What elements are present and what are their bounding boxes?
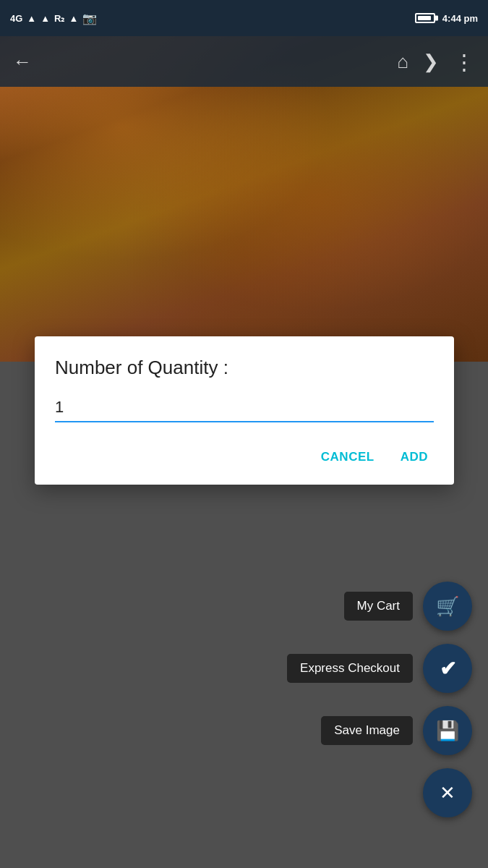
- status-bar: 4G ▲ ▲ R₂ ▲ 📷 4:44 pm: [0, 0, 488, 36]
- my-cart-label: My Cart: [344, 592, 414, 621]
- quantity-input[interactable]: [55, 395, 434, 422]
- share-button[interactable]: ❯: [423, 51, 439, 73]
- save-icon: 💾: [436, 720, 459, 742]
- close-row: ✕: [423, 768, 472, 817]
- camera-icon: 📷: [82, 12, 97, 25]
- fab-area: My Cart 🛒 Express Checkout ✔ Save Image …: [287, 582, 488, 817]
- home-button[interactable]: ⌂: [397, 51, 408, 73]
- signal-icon-2: ▲: [40, 13, 50, 24]
- status-bar-left: 4G ▲ ▲ R₂ ▲ 📷: [10, 12, 97, 25]
- signal-icon-3: ▲: [69, 13, 78, 24]
- toolbar-left: ←: [13, 51, 32, 73]
- more-options-button[interactable]: ⋮: [453, 49, 475, 75]
- dialog-input-wrapper: [55, 395, 434, 422]
- network-label: R₂: [54, 13, 64, 24]
- add-button[interactable]: ADD: [395, 443, 434, 472]
- toolbar: ← ⌂ ❯ ⋮: [0, 36, 488, 87]
- quantity-dialog: Number of Quantity : CANCEL ADD: [35, 336, 454, 485]
- signal-icon-1: ▲: [27, 13, 36, 24]
- save-image-button[interactable]: 💾: [423, 706, 472, 755]
- express-checkout-label: Express Checkout: [287, 654, 413, 683]
- toolbar-right: ⌂ ❯ ⋮: [397, 49, 475, 75]
- network-type-label: 4G: [10, 13, 22, 24]
- close-icon: ✕: [440, 782, 455, 804]
- cart-icon: 🛒: [436, 595, 459, 618]
- save-image-label: Save Image: [321, 716, 413, 745]
- cancel-button[interactable]: CANCEL: [315, 443, 380, 472]
- back-button[interactable]: ←: [13, 51, 32, 73]
- close-fab-button[interactable]: ✕: [423, 768, 472, 817]
- battery-icon: [415, 13, 435, 23]
- my-cart-row: My Cart 🛒: [344, 582, 473, 631]
- page-container: 4G ▲ ▲ R₂ ▲ 📷 4:44 pm ← ⌂ ❯ ⋮ Number of …: [0, 0, 488, 868]
- dialog-title: Number of Quantity :: [55, 357, 434, 379]
- save-image-row: Save Image 💾: [321, 706, 472, 755]
- status-bar-right: 4:44 pm: [415, 13, 478, 24]
- time-label: 4:44 pm: [442, 13, 478, 24]
- express-checkout-button[interactable]: ✔: [423, 644, 472, 693]
- checkmark-icon: ✔: [440, 657, 456, 681]
- dialog-actions: CANCEL ADD: [55, 443, 434, 472]
- my-cart-button[interactable]: 🛒: [423, 582, 472, 631]
- express-checkout-row: Express Checkout ✔: [287, 644, 472, 693]
